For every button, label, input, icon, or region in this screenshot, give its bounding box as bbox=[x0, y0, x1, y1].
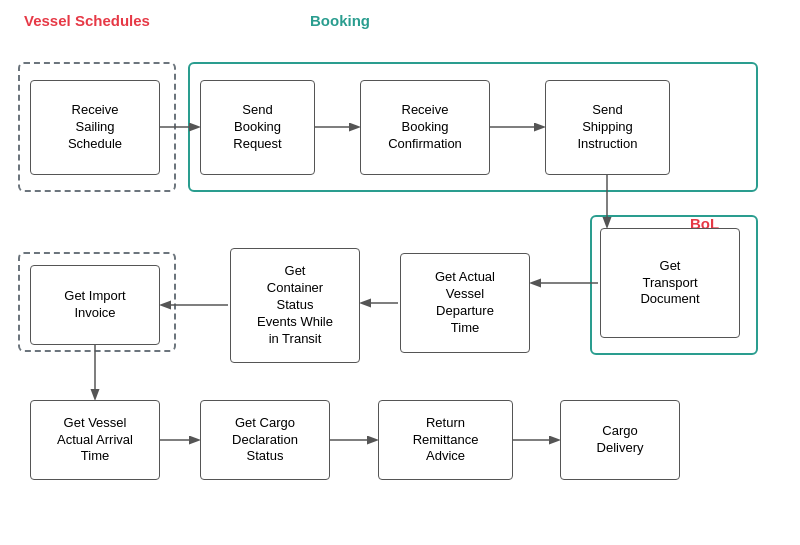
get-container-status-label: Get Container Status Events While in Tra… bbox=[257, 263, 333, 347]
booking-label: Booking bbox=[310, 12, 370, 29]
get-actual-vessel-node: Get Actual Vessel Departure Time bbox=[400, 253, 530, 353]
get-container-status-node: Get Container Status Events While in Tra… bbox=[230, 248, 360, 363]
cargo-delivery-node: Cargo Delivery bbox=[560, 400, 680, 480]
get-import-invoice-label: Get Import Invoice bbox=[64, 288, 125, 322]
get-import-invoice-node: Get Import Invoice bbox=[30, 265, 160, 345]
get-cargo-declaration-label: Get Cargo Declaration Status bbox=[232, 415, 298, 466]
get-cargo-declaration-node: Get Cargo Declaration Status bbox=[200, 400, 330, 480]
vessel-schedules-label: Vessel Schedules bbox=[24, 12, 150, 29]
send-shipping-node: Send Shipping Instruction bbox=[545, 80, 670, 175]
send-shipping-label: Send Shipping Instruction bbox=[578, 102, 638, 153]
send-booking-label: Send Booking Request bbox=[233, 102, 281, 153]
get-transport-label: Get Transport Document bbox=[640, 258, 699, 309]
cargo-delivery-label: Cargo Delivery bbox=[597, 423, 644, 457]
get-actual-vessel-label: Get Actual Vessel Departure Time bbox=[435, 269, 495, 337]
return-remittance-label: Return Remittance Advice bbox=[413, 415, 479, 466]
receive-booking-conf-node: Receive Booking Confirmation bbox=[360, 80, 490, 175]
receive-sailing-label: Receive Sailing Schedule bbox=[68, 102, 122, 153]
get-vessel-arrival-label: Get Vessel Actual Arrival Time bbox=[57, 415, 133, 466]
receive-sailing-node: Receive Sailing Schedule bbox=[30, 80, 160, 175]
diagram-container: Vessel Schedules Booking BoL Receive Sai… bbox=[0, 0, 800, 545]
get-vessel-arrival-node: Get Vessel Actual Arrival Time bbox=[30, 400, 160, 480]
return-remittance-node: Return Remittance Advice bbox=[378, 400, 513, 480]
receive-booking-conf-label: Receive Booking Confirmation bbox=[388, 102, 462, 153]
get-transport-node: Get Transport Document bbox=[600, 228, 740, 338]
send-booking-node: Send Booking Request bbox=[200, 80, 315, 175]
